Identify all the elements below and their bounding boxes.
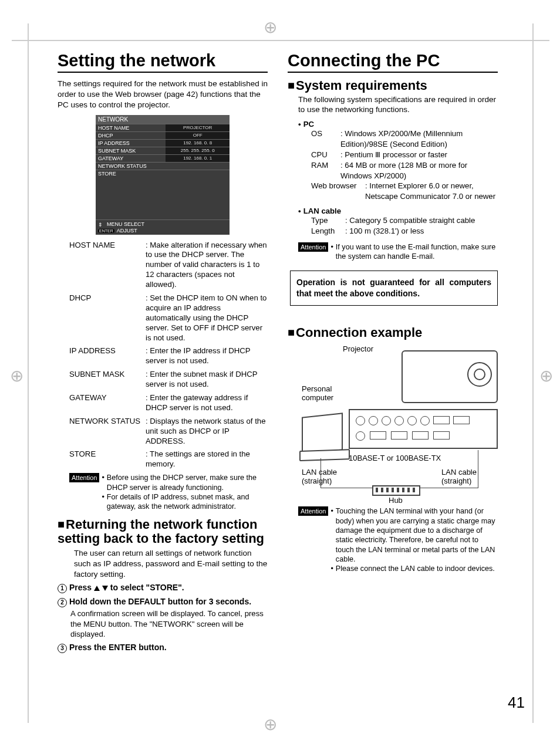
right-title: Connecting the PC [288, 52, 498, 73]
attention-item: If you want to use the E-mail function, … [336, 242, 498, 262]
left-column: Setting the network The settings require… [58, 52, 268, 654]
conn-heading-text: Connection example [296, 325, 422, 340]
spec-key: Web browser [311, 181, 365, 202]
diagram-label-projector: Projector [343, 344, 373, 353]
left-intro: The settings required for the network mu… [58, 79, 268, 110]
register-top: ⊕ [258, 18, 282, 41]
attention-label: Attention [69, 473, 99, 482]
def-term: HOST NAME [69, 241, 146, 290]
menu-row-label: IP ADDRESS [96, 139, 166, 147]
def-term: IP ADDRESS [69, 346, 146, 366]
right-column: Connecting the PC ■System requirements T… [288, 52, 498, 654]
diagram-label-pc: Personal computer [302, 384, 343, 402]
def-text: : Displays the network status of the uni… [146, 417, 268, 447]
menu-table: HOST NAMEPROJECTOR DHCPOFF IP ADDRESS192… [96, 124, 230, 177]
connection-diagram: Projector Personal computer 10BASE-T or … [302, 344, 498, 503]
sysreq-intro: The following system specifications are … [298, 94, 498, 116]
sysreq-heading: ■System requirements [288, 79, 498, 93]
pc-label: PC [303, 120, 314, 129]
attention-item: Before using the DHCP server, make sure … [107, 473, 268, 492]
hub-icon [372, 485, 420, 496]
spec-key: Length [311, 226, 345, 236]
spec-key: Type [311, 215, 345, 226]
def-term: NETWORK STATUS [69, 417, 146, 447]
step-1: 1Press to select "STORE". [58, 583, 268, 593]
sysreq-heading-text: System requirements [296, 78, 427, 93]
menu-footer-text: MENU SELECT [107, 221, 144, 227]
reset-heading: ■Returning the network function setting … [58, 518, 268, 546]
spec-val: : Pentium Ⅲ processor or faster [340, 150, 498, 160]
spec-val: : Internet Explorer 6.0 or newer, Netsca… [365, 181, 498, 202]
spec-val: : 100 m (328.1') or less [345, 226, 498, 236]
reset-intro: The user can return all settings of netw… [74, 548, 268, 579]
spec-val: : Windows XP/2000/Me (Millennium Edition… [340, 129, 498, 150]
menu-footer-text: ADJUST [117, 228, 137, 234]
square-icon: ■ [288, 79, 295, 92]
def-text: : Enter the IP address if DHCP server is… [146, 346, 268, 366]
menu-row-label: GATEWAY [96, 154, 166, 162]
attention-label: Attention [298, 506, 328, 516]
def-text: : Make alteration if necessary when to u… [146, 241, 268, 290]
spec-val: : 64 MB or more (128 MB or more for Wind… [340, 160, 498, 181]
def-term: STORE [69, 449, 146, 469]
attention-block: Attention Before using the DHCP server, … [69, 473, 268, 511]
crop-right [532, 23, 534, 723]
attention-item: Please connect the LAN cable to indoor d… [336, 564, 495, 573]
spec-key: RAM [311, 160, 340, 181]
triangle-down-icon [102, 586, 108, 591]
spec-key: OS [311, 129, 340, 150]
lan-label: LAN cable [303, 207, 342, 215]
menu-row-label: DHCP [96, 131, 166, 139]
updown-icon: ⇕ [98, 222, 104, 228]
projector-panel-icon [349, 409, 498, 449]
def-term: DHCP [69, 293, 146, 343]
laptop-icon [302, 413, 343, 455]
menu-row-label: HOST NAME [96, 124, 166, 131]
step-text: Hold down the DEFAULT button for 3 secon… [69, 597, 251, 606]
step-3: 3Press the ENTER button. [58, 643, 268, 653]
conn-heading: ■Connection example [288, 326, 498, 340]
spec-key: CPU [311, 150, 340, 160]
attention-item: For details of IP address, subnet mask, … [107, 492, 268, 512]
square-icon: ■ [58, 518, 65, 530]
step-text: Press [69, 583, 94, 592]
projector-icon [402, 350, 498, 403]
warranty-note: Operation is not guaranteed for all comp… [290, 271, 498, 306]
menu-blank [96, 177, 230, 219]
triangle-up-icon [94, 586, 100, 591]
menu-footer: ⇕ MENU SELECT ENTER ADJUST [96, 219, 230, 235]
menu-row-value: OFF [166, 131, 230, 139]
attention-block: Attention If you want to use the E-mail … [298, 242, 498, 262]
def-text: : The settings are stored in the memory. [146, 449, 268, 469]
menu-title: NETWORK [96, 115, 230, 124]
step-2: 2Hold down the DEFAULT button for 3 seco… [58, 597, 268, 607]
menu-row-value: 192. 168. 0. 8 [166, 139, 230, 147]
left-title: Setting the network [58, 52, 268, 73]
reset-heading-text: Returning the network function setting b… [58, 517, 264, 546]
circled-number-icon: 2 [58, 598, 67, 607]
menu-row-label: NETWORK STATUS [96, 162, 230, 170]
page-number: 41 [508, 694, 525, 712]
def-term: GATEWAY [69, 393, 146, 413]
square-icon: ■ [288, 326, 295, 339]
menu-row-label: SUBNET MASK [96, 147, 166, 154]
menu-row-value: 192. 168. 0. 1 [166, 154, 230, 162]
menu-row-label: STORE [96, 170, 230, 177]
register-right: ⊕ [534, 366, 558, 390]
def-text: : Enter the gateway address if DHCP serv… [146, 393, 268, 413]
attention-label: Attention [298, 242, 328, 252]
projector-lens-icon [467, 362, 492, 387]
spec-val: : Category 5 compatible straight cable [345, 215, 498, 226]
circled-number-icon: 1 [58, 584, 67, 593]
menu-row-value: 255. 255. 255. 0 [166, 147, 230, 154]
menu-row-value: PROJECTOR [166, 124, 230, 131]
register-bottom: ⊕ [258, 715, 282, 738]
def-text: : Enter the subnet mask if DHCP server i… [146, 370, 268, 390]
step-text: Press the ENTER button. [69, 643, 167, 652]
register-left: ⊕ [5, 366, 28, 390]
attention-block: Attention Touching the LAN terminal with… [298, 506, 498, 574]
network-menu: NETWORK HOST NAMEPROJECTOR DHCPOFF IP AD… [96, 115, 230, 235]
step-2-body: A confirmation screen will be displayed.… [70, 609, 268, 638]
diagram-label-hub: Hub [389, 496, 403, 505]
step-text: to select "STORE". [108, 583, 184, 592]
